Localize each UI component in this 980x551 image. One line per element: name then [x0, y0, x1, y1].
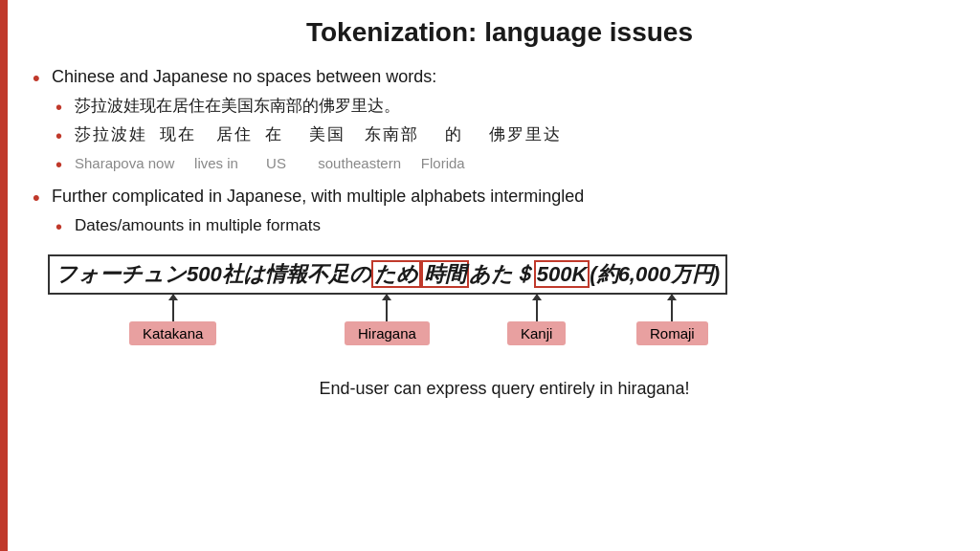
kanji-badge: Kanji [507, 321, 566, 345]
kanji-arrowhead [532, 294, 542, 300]
hiragana-arrow [386, 295, 388, 321]
dates-amounts-text: Dates/amounts in multiple formats [75, 216, 321, 234]
kanji-arrow [536, 295, 538, 321]
sub-bullet-list-1: 莎拉波娃现在居住在美国东南部的佛罗里达。 莎拉波娃 现在 居住 在 美国 东南部… [52, 95, 970, 174]
kanji-label-group: Kanji [507, 295, 566, 345]
romaji-label-group: Romaji [636, 295, 708, 345]
romaji-arrow [671, 295, 673, 321]
bullet-item-2: Further complicated in Japanese, with mu… [29, 185, 970, 237]
bullet-2-text: Further complicated in Japanese, with mu… [52, 187, 584, 206]
end-user-text: End-user can express query entirely in h… [38, 379, 970, 399]
katakana-arrow [172, 295, 174, 321]
bullet-1-text: Chinese and Japanese no spaces between w… [52, 67, 436, 86]
sub-bullet-2-1: Dates/amounts in multiple formats [52, 214, 970, 237]
hiragana-arrowhead [382, 294, 391, 300]
sub-bullet-list-2: Dates/amounts in multiple formats [52, 214, 970, 237]
bullet-item-1: Chinese and Japanese no spaces between w… [29, 65, 970, 175]
romaji-segment: 500K [534, 260, 590, 288]
hiragana-badge: Hiragana [345, 321, 430, 345]
chinese-continuous: 莎拉波娃现在居住在美国东南部的佛罗里达。 [75, 97, 400, 115]
hiragana-label-group: Hiragana [345, 295, 430, 345]
japanese-sentence-box: フォーチュン500社は情報不足のため時間あた＄500K(約6,000万円) [48, 254, 727, 296]
sub-bullet-1-1: 莎拉波娃现在居住在美国东南部的佛罗里达。 [52, 95, 970, 118]
sub-bullet-1-3: Sharapova now lives in US southeastern F… [52, 152, 970, 175]
sharapova-transliteration: Sharapova now lives in US southeastern F… [75, 155, 465, 171]
japanese-full-text: フォーチュン500社は情報不足のため時間あた＄500K(約6,000万円) [56, 260, 720, 288]
romaji-arrowhead [667, 294, 677, 300]
labels-container: Katakana Hiragana Kanji [38, 295, 852, 371]
slide-content: Tokenization: language issues Chinese an… [29, 10, 970, 541]
red-accent-bar [0, 0, 8, 551]
katakana-segment: フォーチュン500社は情報不足の [56, 262, 371, 286]
sub-bullet-1-2: 莎拉波娃 现在 居住 在 美国 东南部 的 佛罗里达 [52, 123, 970, 146]
slide-title: Tokenization: language issues [29, 17, 970, 48]
romaji-badge: Romaji [636, 321, 708, 345]
hiragana-segment: ため [371, 260, 421, 288]
katakana-arrowhead [168, 294, 178, 300]
katakana-label-group: Katakana [129, 295, 216, 345]
katakana-badge: Katakana [129, 321, 216, 345]
japanese-diagram: フォーチュン500社は情報不足のため時間あた＄500K(約6,000万円) Ka… [38, 247, 970, 400]
chinese-spaced: 莎拉波娃 现在 居住 在 美国 东南部 的 佛罗里达 [75, 125, 562, 143]
main-bullet-list: Chinese and Japanese no spaces between w… [29, 65, 970, 237]
kanji-segment: 時間 [421, 260, 469, 288]
